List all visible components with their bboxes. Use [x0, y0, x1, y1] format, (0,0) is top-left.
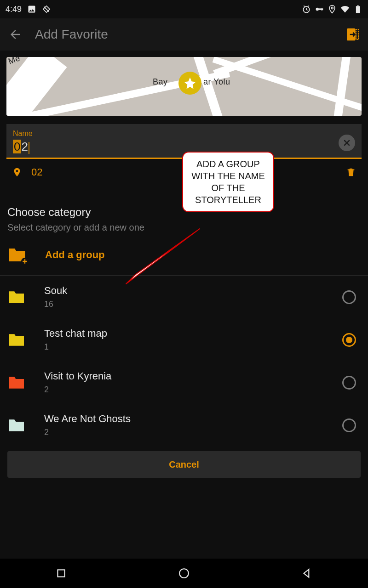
page-title: Add Favorite [35, 27, 332, 42]
map-road-label: ar Yolu [203, 77, 230, 87]
tutorial-callout: ADD A GROUP WITH THE NAME OF THE STORYTE… [182, 152, 274, 212]
export-icon[interactable] [345, 27, 360, 42]
category-name: Test chat map [44, 328, 324, 339]
category-count: 2 [44, 385, 324, 395]
category-text: Test chat map1 [44, 328, 324, 352]
location-pin-icon [12, 167, 22, 177]
add-group-label: Add a group [45, 249, 105, 261]
status-left: 4:49 [6, 5, 51, 14]
svg-point-11 [16, 170, 18, 172]
category-radio[interactable] [342, 333, 356, 347]
svg-point-14 [179, 569, 189, 578]
category-row[interactable]: Test chat map1 [0, 318, 368, 361]
name-field-value: 02 [13, 140, 29, 153]
status-bar: 4:49 [0, 0, 368, 18]
map-preview[interactable]: Me Bay ar Yolu [6, 57, 362, 116]
svg-rect-13 [58, 570, 65, 577]
category-radio[interactable] [342, 418, 356, 432]
folder-add-icon [7, 247, 27, 263]
svg-point-6 [331, 7, 333, 9]
category-row[interactable]: Visit to Kyrenia2 [0, 361, 368, 404]
recent-apps-button[interactable] [55, 567, 67, 579]
category-name: We Are Not Ghosts [44, 413, 324, 425]
cancel-label: Cancel [169, 459, 199, 470]
svg-rect-5 [322, 8, 322, 11]
callout-text: ADD A GROUP WITH THE NAME OF THE STORYTE… [191, 159, 265, 205]
back-nav-button[interactable] [301, 567, 313, 579]
cancel-button[interactable]: Cancel [7, 451, 361, 478]
folder-icon [7, 290, 26, 305]
back-icon[interactable] [8, 28, 22, 41]
section-subtitle: Select category or add a new one [7, 222, 361, 233]
name-field-label: Name [13, 130, 339, 138]
map-road-label: Me [7, 57, 22, 67]
category-count: 1 [44, 342, 324, 352]
category-radio[interactable] [342, 290, 356, 304]
svg-rect-8 [357, 6, 358, 6]
home-button[interactable] [178, 567, 190, 579]
category-name: Souk [44, 285, 324, 297]
svg-rect-4 [319, 8, 323, 10]
category-count: 2 [44, 428, 324, 437]
category-row[interactable]: Souk16 [0, 276, 368, 318]
rotate-icon [42, 5, 51, 14]
battery-icon [353, 5, 362, 14]
alarm-icon [302, 5, 311, 14]
image-icon [27, 5, 36, 14]
category-radio[interactable] [342, 376, 356, 390]
star-pin-icon [178, 72, 201, 95]
status-time: 4:49 [6, 5, 22, 14]
map-road-label: Bay [153, 77, 168, 87]
app-bar: Add Favorite [0, 18, 368, 51]
add-group-button[interactable]: Add a group [0, 235, 368, 276]
category-name: Visit to Kyrenia [44, 370, 324, 382]
category-row[interactable]: We Are Not Ghosts2 [0, 404, 368, 447]
svg-rect-7 [356, 6, 360, 13]
folder-icon [7, 418, 26, 433]
category-count: 16 [44, 300, 324, 309]
category-text: Visit to Kyrenia2 [44, 370, 324, 395]
status-right [302, 5, 362, 14]
folder-icon [7, 333, 26, 347]
clear-name-button[interactable] [339, 135, 355, 151]
location-icon [328, 5, 337, 14]
navigation-bar [0, 559, 368, 588]
wifi-icon [340, 5, 350, 14]
svg-rect-10 [356, 29, 358, 39]
category-text: We Are Not Ghosts2 [44, 413, 324, 437]
vpn-key-icon [315, 5, 324, 14]
folder-icon [7, 375, 26, 390]
category-list: Souk16Test chat map1Visit to Kyrenia2We … [0, 276, 368, 447]
delete-location-button[interactable] [346, 167, 356, 178]
svg-point-3 [316, 8, 319, 11]
category-text: Souk16 [44, 285, 324, 309]
